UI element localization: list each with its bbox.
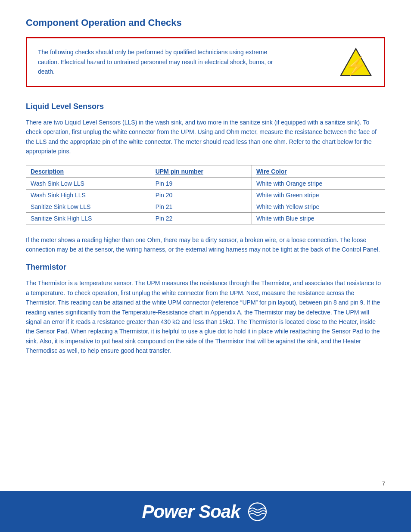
cell-description: Sanitize Sink Low LLS	[26, 201, 151, 212]
thermistor-heading: Thermistor	[26, 263, 385, 272]
cell-description: Sanitize Sink High LLS	[26, 212, 151, 224]
cell-upm-pin: Pin 22	[151, 212, 252, 224]
page-number: 7	[382, 480, 385, 487]
footer-logo-text: Power Soak	[142, 501, 240, 522]
col-wire-color: Wire Color	[252, 165, 385, 177]
table-row: Sanitize Sink High LLSPin 22White with B…	[26, 212, 385, 224]
col-upm-pin: UPM pin number	[151, 165, 252, 177]
cell-description: Wash Sink Low LLS	[26, 177, 151, 189]
svg-text:⚡: ⚡	[345, 56, 367, 77]
warning-text: The following checks should only be perf…	[38, 47, 288, 76]
cell-description: Wash Sink High LLS	[26, 189, 151, 201]
cell-wire-color: White with Yellow stripe	[252, 201, 385, 212]
table-row: Wash Sink High LLSPin 20White with Green…	[26, 189, 385, 201]
section-title: Component Operation and Checks	[26, 17, 385, 28]
cell-upm-pin: Pin 21	[151, 201, 252, 212]
warning-box: The following checks should only be perf…	[26, 37, 385, 87]
cell-wire-color: White with Green stripe	[252, 189, 385, 201]
footer: Power Soak	[0, 491, 411, 532]
table-header-row: Description UPM pin number Wire Color	[26, 165, 385, 177]
table-row: Wash Sink Low LLSPin 19White with Orange…	[26, 177, 385, 189]
lls-table: Description UPM pin number Wire Color Wa…	[26, 165, 385, 224]
svg-point-2	[249, 503, 266, 520]
cell-wire-color: White with Orange stripe	[252, 177, 385, 189]
liquid-level-heading: Liquid Level Sensors	[26, 102, 385, 111]
footer-logo: Power Soak	[142, 501, 269, 522]
thermistor-text: The Thermistor is a temperature sensor. …	[26, 278, 385, 355]
cell-upm-pin: Pin 19	[151, 177, 252, 189]
cell-wire-color: White with Blue stripe	[252, 212, 385, 224]
liquid-level-intro: There are two Liquid Level Sensors (LLS)…	[26, 118, 385, 156]
cell-upm-pin: Pin 20	[151, 189, 252, 201]
liquid-level-section: Liquid Level Sensors There are two Liqui…	[26, 102, 385, 254]
electrical-hazard-icon: ⚡	[339, 47, 373, 77]
table-row: Sanitize Sink Low LLSPin 21White with Ye…	[26, 201, 385, 212]
col-description: Description	[26, 165, 151, 177]
liquid-level-followup: If the meter shows a reading higher than…	[26, 235, 385, 255]
footer-logo-icon	[246, 502, 269, 521]
thermistor-section: Thermistor The Thermistor is a temperatu…	[26, 263, 385, 355]
